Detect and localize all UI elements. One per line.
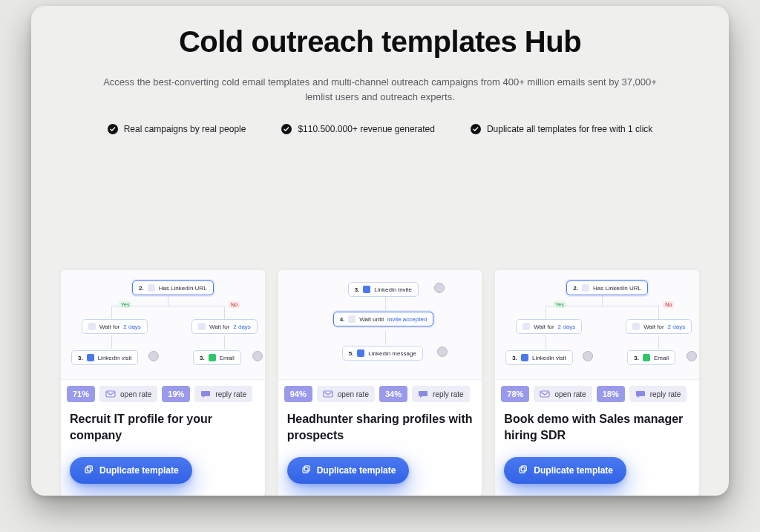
svg-rect-7 — [303, 467, 308, 473]
reply-rate-pill: reply rate — [629, 386, 687, 402]
main-panel: Cold outreach templates Hub Access the b… — [31, 6, 729, 496]
avatar-icon — [583, 351, 593, 361]
flow-node: 3.Email — [627, 350, 675, 365]
open-rate-pill: open rate — [99, 386, 157, 402]
workflow-preview: 3.Linkedin invite 4.Wait until invite ac… — [278, 270, 482, 380]
duplicate-icon — [301, 465, 311, 476]
feature-label: $110.500.000+ revenue generated — [298, 124, 435, 134]
reply-rate-percent: 34% — [379, 386, 407, 402]
reply-rate-percent: 18% — [597, 386, 625, 402]
flow-node: Wait for 2 days — [82, 319, 148, 334]
flow-node: 3.Linkedin visit — [505, 350, 572, 365]
svg-rect-5 — [87, 466, 92, 471]
template-card[interactable]: Yes No 2.Has LinkedIn URL Wait for 2 day… — [61, 270, 265, 496]
chat-icon — [418, 390, 428, 398]
flow-node: 3.Email — [193, 350, 241, 365]
branch-yes-label: Yes — [553, 301, 566, 308]
open-rate-percent: 78% — [501, 386, 529, 402]
duplicate-icon — [517, 465, 528, 476]
workflow-preview: Yes No 2.Has LinkedIn URL Wait for 2 day… — [495, 270, 699, 380]
reply-rate-percent: 19% — [162, 386, 190, 402]
feature-row: Real campaigns by real people $110.500.0… — [61, 124, 699, 134]
branch-yes-label: Yes — [119, 301, 131, 308]
feature-label: Duplicate all templates for free with 1 … — [487, 124, 652, 134]
feature-label: Real campaigns by real people — [124, 124, 246, 134]
workflow-preview: Yes No 2.Has LinkedIn URL Wait for 2 day… — [61, 270, 265, 380]
reply-rate-pill: reply rate — [412, 386, 470, 402]
envelope-icon — [540, 390, 550, 398]
stats-row: 94% open rate 34% reply rate — [278, 380, 482, 408]
stats-row: 71% open rate 19% reply rate — [61, 380, 265, 408]
open-rate-percent: 71% — [67, 386, 95, 402]
envelope-icon — [105, 390, 116, 398]
flow-node: 2.Has LinkedIn URL — [566, 280, 648, 295]
card-row: Yes No 2.Has LinkedIn URL Wait for 2 day… — [31, 270, 729, 496]
template-title: Headhunter sharing profiles with prospec… — [278, 408, 482, 444]
check-icon — [281, 124, 292, 134]
svg-rect-8 — [304, 466, 309, 471]
flow-node: 2.Has LinkedIn URL — [132, 280, 214, 295]
open-rate-percent: 94% — [284, 386, 312, 402]
svg-rect-10 — [520, 467, 525, 473]
template-card[interactable]: Yes No 2.Has LinkedIn URL Wait for 2 day… — [495, 270, 699, 496]
template-title: Recruit IT profile for your company — [61, 408, 265, 444]
template-title: Book demo with Sales manager hiring SDR — [495, 408, 699, 444]
duplicate-button[interactable]: Duplicate template — [504, 457, 626, 484]
flow-node: 3.Linkedin invite — [348, 282, 419, 297]
reply-rate-label: reply rate — [215, 390, 246, 398]
stats-row: 78% open rate 18% reply rate — [495, 380, 699, 408]
open-rate-label: open rate — [554, 390, 586, 398]
feature-item: $110.500.000+ revenue generated — [281, 124, 435, 134]
flow-node: Wait for 2 days — [516, 319, 582, 334]
reply-rate-pill: reply rate — [194, 386, 252, 402]
open-rate-pill: open rate — [317, 386, 375, 402]
reply-rate-label: reply rate — [650, 390, 681, 398]
feature-item: Real campaigns by real people — [108, 124, 246, 134]
open-rate-label: open rate — [120, 390, 151, 398]
open-rate-pill: open rate — [534, 386, 592, 402]
flow-node: 3.Linkedin visit — [71, 350, 138, 365]
flow-node: Wait for 2 days — [191, 319, 258, 334]
avatar-icon — [434, 283, 445, 293]
flow-node: 5.Linkedin message — [342, 346, 423, 361]
envelope-icon — [323, 390, 333, 398]
avatar-icon — [252, 351, 263, 361]
chat-icon — [635, 390, 646, 398]
avatar-icon — [437, 347, 448, 357]
page-title: Cold outreach templates Hub — [61, 25, 699, 59]
branch-no-label: No — [663, 301, 674, 308]
branch-no-label: No — [229, 301, 240, 308]
svg-rect-3 — [106, 391, 115, 397]
duplicate-icon — [83, 465, 94, 476]
flow-node: 4.Wait until invite accepted — [333, 312, 434, 326]
svg-rect-6 — [324, 391, 332, 397]
open-rate-label: open rate — [338, 390, 369, 398]
svg-rect-11 — [522, 466, 527, 471]
check-icon — [471, 124, 481, 134]
avatar-icon — [687, 351, 697, 361]
svg-rect-9 — [540, 391, 549, 397]
feature-item: Duplicate all templates for free with 1 … — [471, 124, 652, 134]
svg-rect-4 — [85, 467, 91, 473]
check-icon — [108, 124, 118, 134]
duplicate-button[interactable]: Duplicate template — [287, 457, 410, 484]
chat-icon — [200, 390, 211, 398]
reply-rate-label: reply rate — [433, 390, 464, 398]
template-card[interactable]: 3.Linkedin invite 4.Wait until invite ac… — [278, 270, 482, 496]
duplicate-button[interactable]: Duplicate template — [70, 457, 192, 484]
avatar-icon — [148, 351, 159, 361]
page-subtitle: Access the best-converting cold email te… — [98, 75, 662, 105]
flow-node: Wait for 2 days — [626, 319, 692, 334]
